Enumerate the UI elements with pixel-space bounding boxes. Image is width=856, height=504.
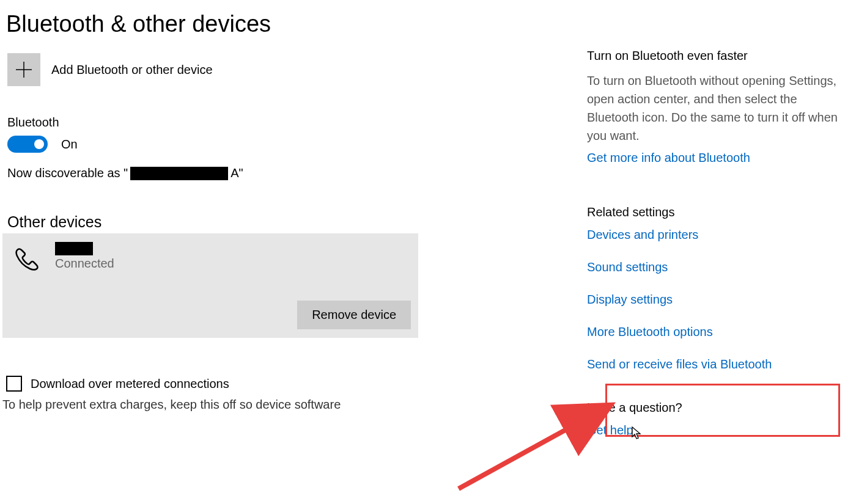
metered-checkbox[interactable]	[6, 376, 22, 392]
add-device-button[interactable]: Add Bluetooth or other device	[7, 53, 587, 86]
other-devices-heading: Other devices	[7, 213, 587, 231]
discoverable-trail: A	[231, 166, 238, 180]
remove-device-button[interactable]: Remove device	[297, 301, 411, 329]
discoverable-prefix: Now discoverable as "	[7, 166, 128, 180]
side-heading-1: Turn on Bluetooth even faster	[587, 49, 851, 63]
device-card[interactable]: Connected Remove device	[2, 233, 418, 338]
plus-icon	[7, 53, 40, 86]
redacted-device-name	[130, 167, 228, 180]
discoverable-suffix: "	[239, 166, 243, 180]
redacted-paired-device-name	[55, 242, 93, 255]
add-device-label: Add Bluetooth or other device	[51, 63, 213, 77]
sound-settings-link[interactable]: Sound settings	[587, 260, 851, 274]
device-status: Connected	[55, 257, 114, 271]
discoverable-text: Now discoverable as " A "	[7, 166, 587, 180]
send-receive-files-link[interactable]: Send or receive files via Bluetooth	[587, 357, 851, 371]
bluetooth-heading: Bluetooth	[7, 115, 587, 130]
bluetooth-state-label: On	[61, 137, 78, 152]
related-settings-heading: Related settings	[587, 205, 851, 219]
have-question-heading: Have a question?	[587, 401, 851, 415]
get-help-link[interactable]: Get help	[587, 423, 851, 437]
side-body-1: To turn on Bluetooth without opening Set…	[587, 71, 851, 145]
bluetooth-info-link[interactable]: Get more info about Bluetooth	[587, 151, 851, 165]
metered-help-text: To help prevent extra charges, keep this…	[2, 398, 587, 412]
more-bluetooth-options-link[interactable]: More Bluetooth options	[587, 325, 851, 339]
toggle-knob	[34, 139, 44, 149]
bluetooth-toggle[interactable]	[7, 136, 48, 153]
display-settings-link[interactable]: Display settings	[587, 293, 851, 307]
page-title: Bluetooth & other devices	[6, 11, 587, 37]
metered-label: Download over metered connections	[31, 377, 229, 391]
phone-icon	[11, 246, 39, 276]
devices-printers-link[interactable]: Devices and printers	[587, 228, 851, 242]
